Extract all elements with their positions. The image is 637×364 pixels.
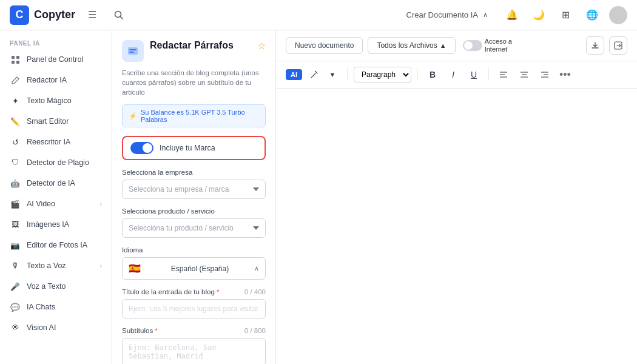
navbar: C Copyter ☰ Crear Documento IA ∧ 🔔 🌙 ⊞ 🌐 <box>0 0 637 30</box>
italic-button[interactable]: I <box>445 66 462 83</box>
internet-label-group: Acceso a Internet <box>485 38 512 53</box>
sidebar-label-detector-plagio: Detector de Plagio <box>27 158 102 167</box>
bold-button[interactable]: B <box>424 66 441 83</box>
sidebar-item-smart-editor[interactable]: ✏️ Smart Editor <box>0 111 112 132</box>
grid-icon[interactable]: ⊞ <box>556 5 575 25</box>
magic-icon: ✦ <box>10 95 21 106</box>
sidebar-label-ia-chats: IA Chats <box>27 303 102 311</box>
align-center-button[interactable] <box>516 66 533 83</box>
idioma-select[interactable]: 🇪🇸 Español (España) ∧ <box>122 257 266 280</box>
tool-title: Redactar Párrafos <box>150 40 251 51</box>
sidebar-label-imagenes-ia: Imágenes IA <box>27 220 102 229</box>
ai-tools-group: ▼ <box>306 66 341 83</box>
svg-rect-2 <box>12 56 15 59</box>
producto-section: Selecciona producto / servicio Seleccion… <box>122 207 266 238</box>
sidebar: PANEL IA Panel de Control Redactor IA ✦ … <box>0 30 112 364</box>
format-toolbar: AI ▼ Paragraph B I U <box>276 61 637 89</box>
chevron-up-icon: ∧ <box>254 265 259 272</box>
arrow-icon: › <box>100 263 102 269</box>
idioma-label: Idioma <box>122 246 266 254</box>
sidebar-label-editor-fotos-ia: Editor de Fotos IA <box>27 241 102 249</box>
toggle-knob <box>143 143 152 153</box>
blog-titulo-label: Título de la entrada de tu blog * 0 / 40… <box>122 288 266 295</box>
sidebar-item-detector-plagio[interactable]: 🛡 Detector de Plagio <box>0 152 112 173</box>
producto-select[interactable]: Selecciona tu producto / servicio <box>122 218 266 238</box>
sidebar-item-redactor-ia[interactable]: Redactor IA <box>0 70 112 90</box>
main-layout: PANEL IA Panel de Control Redactor IA ✦ … <box>0 30 637 364</box>
sidebar-item-reescritor-ia[interactable]: ↺ Reescritor IA <box>0 132 112 152</box>
sidebar-item-texto-a-voz[interactable]: 🎙 Texto a Voz › <box>0 255 112 276</box>
todos-archivos-btn[interactable]: Todos los Archivos ▲ <box>368 37 455 54</box>
divider <box>417 69 418 81</box>
star-icon[interactable]: ☆ <box>257 40 266 52</box>
editor-content[interactable] <box>276 89 637 364</box>
sidebar-label-redactor-ia: Redactor IA <box>27 76 102 84</box>
eye-icon: 👁 <box>10 322 21 333</box>
incluye-marca-toggle[interactable] <box>130 142 153 154</box>
sidebar-item-detector-ia[interactable]: 🤖 Detector de IA <box>0 173 112 194</box>
sidebar-item-panel-control[interactable]: Panel de Control <box>0 49 112 70</box>
sidebar-label-panel-control: Panel de Control <box>27 55 102 64</box>
divider <box>488 69 489 81</box>
tool-description: Escribe una sección de blog completa (un… <box>122 68 266 97</box>
shield-icon: 🛡 <box>10 157 21 168</box>
edit-icon <box>10 75 21 86</box>
sidebar-label-voz-a-texto: Voz a Texto <box>27 282 102 291</box>
align-left-button[interactable] <box>495 66 512 83</box>
bell-icon[interactable]: 🔔 <box>502 5 522 25</box>
sidebar-label-texto-a-voz: Texto a Voz <box>27 261 94 270</box>
internet-toggle-group: Acceso a Internet <box>463 38 512 53</box>
sidebar-item-ai-video[interactable]: 🎬 AI Video › <box>0 194 112 214</box>
photo-icon: 📷 <box>10 240 21 251</box>
globe-icon[interactable]: 🌐 <box>582 5 602 25</box>
download-icon[interactable] <box>586 36 604 55</box>
subtitulos-input[interactable] <box>122 338 266 364</box>
more-icon[interactable]: ••• <box>559 69 571 81</box>
svg-rect-3 <box>16 56 19 59</box>
blog-titulo-char-count: 0 / 400 <box>244 288 266 295</box>
svg-rect-6 <box>128 47 138 55</box>
sidebar-label-detector-ia: Detector de IA <box>27 179 102 187</box>
menu-icon[interactable]: ☰ <box>83 5 102 25</box>
sidebar-item-vision-ai[interactable]: 👁 Vision AI <box>0 317 112 338</box>
paragraph-select[interactable]: Paragraph <box>354 67 411 83</box>
svg-rect-5 <box>16 61 19 64</box>
ai-badge[interactable]: AI <box>286 69 302 80</box>
align-right-button[interactable] <box>536 66 553 83</box>
logo-text: Copyter <box>34 8 75 21</box>
internet-toggle-knob <box>464 41 473 50</box>
avatar[interactable] <box>609 6 627 24</box>
logo-box: C <box>10 5 29 25</box>
subtitulos-section: Subtítulos * 0 / 800 <box>122 327 266 364</box>
underline-button[interactable]: U <box>465 66 482 83</box>
blog-titulo-input[interactable] <box>122 299 266 318</box>
sidebar-item-voz-a-texto[interactable]: 🎤 Voz a Texto <box>0 276 112 297</box>
internet-toggle[interactable] <box>463 40 482 51</box>
sidebar-item-editor-fotos-ia[interactable]: 📷 Editor de Fotos IA <box>0 235 112 255</box>
moon-icon[interactable]: 🌙 <box>529 5 548 25</box>
sidebar-item-imagenes-ia[interactable]: 🖼 Imágenes IA <box>0 214 112 235</box>
sidebar-item-ia-chats[interactable]: 💬 IA Chats <box>0 297 112 317</box>
chat-icon: 💬 <box>10 302 21 312</box>
sidebar-label-smart-editor: Smart Editor <box>27 117 102 126</box>
divider <box>347 69 348 81</box>
mic-icon: 🎙 <box>10 260 21 271</box>
crear-documento-btn[interactable]: Crear Documento IA <box>406 10 479 19</box>
editor-toolbar: Nuevo documento Todos los Archivos ▲ Acc… <box>276 30 637 61</box>
empresa-select[interactable]: Selecciona tu empresa / marca <box>122 180 266 199</box>
tool-header: Redactar Párrafos ☆ <box>122 40 266 62</box>
producto-label: Selecciona producto / servicio <box>122 207 266 215</box>
svg-rect-4 <box>12 61 15 64</box>
wand-icon[interactable] <box>306 66 323 83</box>
search-icon[interactable] <box>109 5 129 25</box>
nuevo-documento-btn[interactable]: Nuevo documento <box>286 37 363 54</box>
logo[interactable]: C Copyter <box>10 5 75 25</box>
editor-panel: Nuevo documento Todos los Archivos ▲ Acc… <box>276 30 637 364</box>
balance-text: Su Balance es 5.1K GPT 3.5 Turbo Palabra… <box>141 109 259 123</box>
export-icon[interactable] <box>609 36 627 55</box>
internet-label: Internet <box>485 46 512 53</box>
toggle-label: Incluye tu Marca <box>160 144 215 152</box>
ai-chevron-icon[interactable]: ▼ <box>324 66 341 83</box>
sidebar-item-texto-magico[interactable]: ✦ Texto Mágico <box>0 90 112 111</box>
refresh-icon: ↺ <box>10 136 21 147</box>
